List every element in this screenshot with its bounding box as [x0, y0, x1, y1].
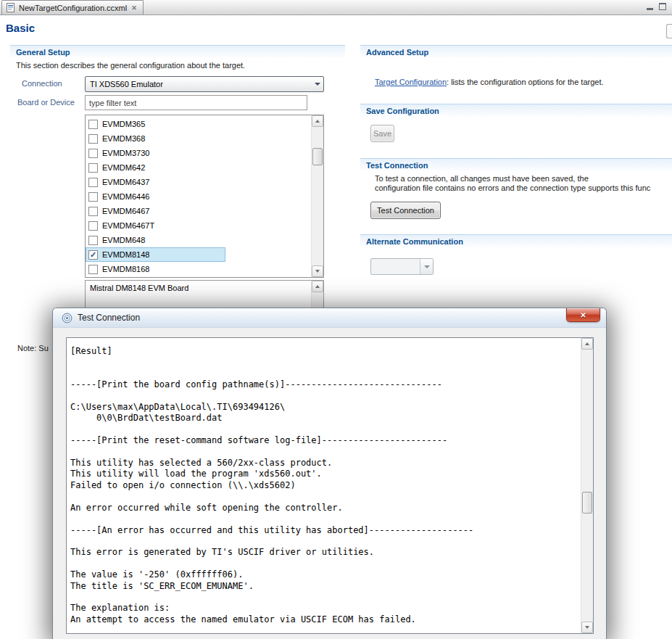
test-result-console: [Result] -----[Print the board config pa…	[66, 337, 594, 634]
device-label: EVMDM6446	[102, 192, 149, 201]
board-or-device-label: Board or Device	[17, 98, 75, 107]
device-row[interactable]: EVMDM8168	[86, 262, 311, 276]
scroll-down-icon[interactable]	[312, 265, 323, 277]
device-row[interactable]: EVMDM6467	[86, 204, 311, 218]
advanced-setup-text: Target Configuration: lists the configur…	[375, 78, 672, 86]
device-list-items: EVMDM365EVMDM368EVMDM3730EVMDM642EVMDM64…	[86, 117, 311, 277]
device-row[interactable]: EVMDM648	[86, 233, 311, 247]
device-label: EVMDM648	[102, 236, 145, 244]
device-label: EVMDM8148	[102, 250, 149, 259]
device-row[interactable]: EVMDM6467T	[86, 218, 311, 233]
maximize-icon[interactable]	[659, 3, 666, 10]
test-connection-dialog: Test Connection ✕ [Result] -----[Print t…	[52, 308, 607, 639]
editor-tab-strip: NewTargetConfiguration.ccxml ✕	[0, 0, 672, 15]
device-label: EVMDM6467	[102, 207, 149, 215]
connection-label: Connection	[22, 79, 62, 88]
alternate-communication-dropdown[interactable]	[370, 258, 434, 275]
device-label: EVMDM365	[102, 120, 145, 128]
connection-dropdown[interactable]: TI XDS560 Emulator	[85, 76, 324, 92]
save-configuration-header: Save Configuration	[360, 104, 672, 117]
checkbox-unchecked-icon[interactable]	[88, 149, 98, 158]
dialog-title: Test Connection	[78, 313, 140, 323]
device-row[interactable]: EVMDM365	[86, 117, 311, 131]
device-description: Mistral DM8148 EVM Board	[90, 284, 309, 292]
test-connection-text-line2: configuration file contains no errors an…	[375, 184, 672, 192]
checkbox-unchecked-icon[interactable]	[88, 134, 98, 144]
advanced-setup-header: Advanced Setup	[360, 45, 672, 58]
target-configuration-link[interactable]: Target Configuration	[375, 78, 447, 86]
minimize-icon[interactable]	[647, 4, 653, 10]
dialog-title-bar[interactable]: Test Connection ✕	[53, 308, 606, 328]
general-setup-header: General Setup	[10, 45, 345, 58]
scroll-up-icon[interactable]	[312, 115, 323, 127]
advanced-setup-text-after-link: : lists the configuration options for th…	[447, 78, 603, 86]
save-button[interactable]: Save	[370, 125, 394, 142]
ccxml-file-icon	[7, 3, 14, 12]
device-label: EVMDM8168	[102, 265, 149, 273]
test-connection-text-line1: To test a connection, all changes must h…	[375, 174, 672, 183]
device-filter-input[interactable]	[85, 95, 307, 110]
device-label: EVMDM6437	[102, 178, 149, 186]
close-icon[interactable]: ✕	[566, 308, 600, 322]
scroll-up-icon[interactable]	[312, 281, 323, 292]
console-scrollbar[interactable]	[581, 338, 593, 633]
chevron-down-icon[interactable]	[420, 259, 433, 274]
page-title: Basic	[6, 22, 35, 34]
scroll-down-icon[interactable]	[581, 622, 593, 633]
tab-close-icon[interactable]: ✕	[131, 4, 137, 12]
device-label: EVMDM642	[102, 163, 145, 172]
scrollbar-thumb[interactable]	[582, 492, 592, 514]
test-connection-header: Test Connection	[360, 158, 672, 171]
scrollbar-thumb[interactable]	[312, 148, 323, 165]
checkbox-unchecked-icon[interactable]	[88, 178, 98, 187]
checkbox-unchecked-icon[interactable]	[88, 236, 98, 245]
checkbox-unchecked-icon[interactable]	[88, 192, 98, 202]
device-label: EVMDM6467T	[102, 221, 154, 230]
test-connection-button[interactable]: Test Connection	[370, 202, 441, 219]
device-row[interactable]: EVMDM368	[86, 131, 311, 146]
device-list-scrollbar[interactable]	[311, 115, 323, 277]
note-text: Note: Su	[17, 344, 49, 353]
dialog-icon	[62, 313, 72, 323]
checkbox-unchecked-icon[interactable]	[88, 207, 98, 216]
editor-tab[interactable]: NewTargetConfiguration.ccxml ✕	[1, 0, 144, 15]
device-row[interactable]: EVMDM6446	[86, 189, 311, 204]
checkbox-unchecked-icon[interactable]	[88, 221, 98, 231]
scroll-up-icon[interactable]	[581, 338, 593, 350]
general-setup-description: This section describes the general confi…	[16, 61, 335, 70]
checkbox-unchecked-icon[interactable]	[88, 163, 98, 173]
connection-value: TI XDS560 Emulator	[86, 80, 311, 88]
device-row[interactable]: EVMDM6437	[86, 175, 311, 189]
device-label: EVMDM3730	[102, 149, 149, 157]
checkbox-unchecked-icon[interactable]	[88, 120, 98, 129]
device-row[interactable]: EVMDM3730	[86, 146, 311, 160]
device-row[interactable]: ✓EVMDM8148	[86, 247, 225, 262]
checkbox-checked-icon[interactable]: ✓	[88, 250, 98, 260]
device-list: EVMDM365EVMDM368EVMDM3730EVMDM642EVMDM64…	[85, 115, 324, 278]
device-label: EVMDM368	[102, 134, 145, 143]
chevron-down-icon[interactable]	[311, 77, 323, 91]
alternate-communication-header: Alternate Communication	[360, 234, 672, 247]
collapsed-outline-button[interactable]	[666, 24, 672, 38]
tab-title: NewTargetConfiguration.ccxml	[19, 4, 127, 12]
device-row[interactable]: EVMDM642	[86, 160, 311, 175]
console-output: [Result] -----[Print the board config pa…	[70, 346, 578, 633]
checkbox-unchecked-icon[interactable]	[88, 265, 98, 274]
